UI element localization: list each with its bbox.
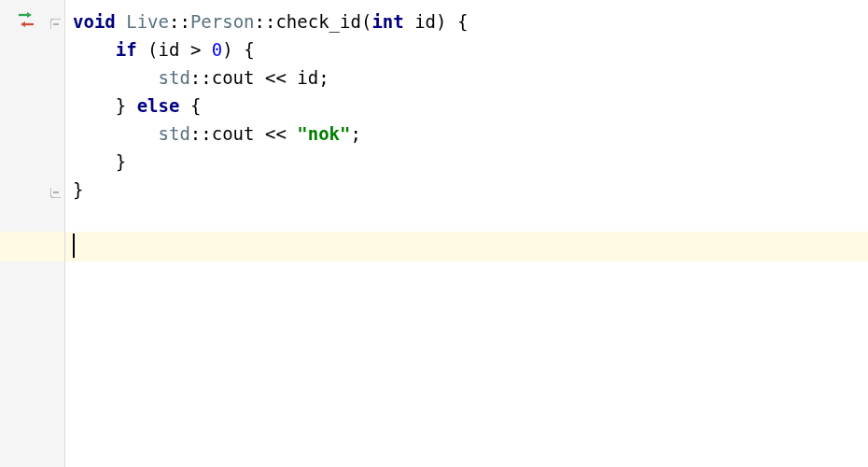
keyword-int: int	[371, 11, 403, 32]
keyword-else: else	[137, 95, 180, 116]
fold-close-icon[interactable]	[50, 187, 62, 198]
identifier: id	[297, 67, 318, 88]
std-namespace: std	[159, 123, 190, 144]
cout: cout	[212, 123, 255, 144]
keyword-if: if	[116, 39, 137, 60]
code-line[interactable]	[73, 232, 868, 260]
code-editor[interactable]: void Live::Person::check_id(int id) { if…	[0, 0, 868, 467]
code-line[interactable]: std::cout << id;	[73, 64, 868, 92]
code-line[interactable]: void Live::Person::check_id(int id) {	[73, 7, 868, 35]
svg-rect-1	[53, 191, 59, 193]
code-line[interactable]: std::cout << "nok";	[73, 120, 868, 148]
class-name: Person	[190, 11, 255, 32]
code-line[interactable]: }	[73, 176, 868, 204]
code-line[interactable]	[73, 204, 868, 232]
editor-code-area[interactable]: void Live::Person::check_id(int id) { if…	[65, 0, 868, 467]
code-line[interactable]: }	[73, 148, 868, 176]
cout: cout	[212, 67, 255, 88]
keyword-void: void	[73, 11, 116, 32]
code-line[interactable]: } else {	[73, 92, 868, 120]
current-line-highlight-gutter	[0, 232, 64, 262]
code-line[interactable]: if (id > 0) {	[73, 35, 868, 64]
vcs-change-icon[interactable]	[18, 12, 35, 27]
editor-gutter	[0, 0, 65, 467]
namespace: Live	[126, 11, 169, 32]
function-name: check_id	[275, 11, 361, 32]
svg-rect-0	[53, 23, 59, 25]
std-namespace: std	[159, 67, 190, 88]
parameter: id	[414, 11, 436, 32]
string-literal: "nok"	[297, 123, 350, 144]
fold-open-icon[interactable]	[50, 19, 62, 30]
number-literal: 0	[212, 39, 222, 60]
text-caret	[73, 234, 75, 258]
identifier: id	[159, 39, 180, 60]
